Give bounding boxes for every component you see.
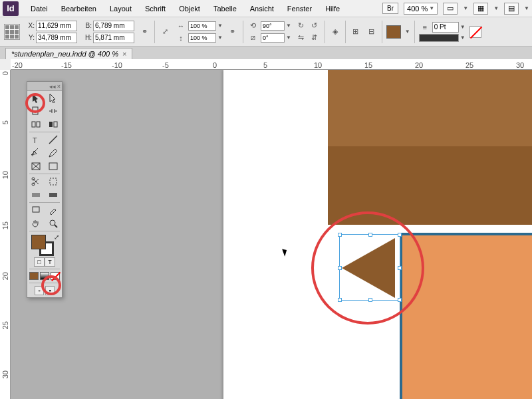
free-transform-tool[interactable] xyxy=(45,175,62,188)
ruler-tick: 25 xyxy=(466,61,473,69)
workspace-icon[interactable]: ▤ xyxy=(504,3,519,15)
svg-line-18 xyxy=(55,225,57,227)
menu-schrift[interactable]: Schrift xyxy=(138,2,172,15)
ruler-tick: 30 xyxy=(516,61,524,69)
ruler-tick: 0 xyxy=(1,71,9,75)
flip-v-icon[interactable]: ⇵ xyxy=(309,33,321,43)
annotation-circle xyxy=(25,93,45,113)
rotate-input[interactable] xyxy=(261,21,285,31)
flip-h-icon[interactable]: ⇋ xyxy=(295,33,307,43)
gradient-swatch-tool[interactable] xyxy=(27,188,45,201)
svg-rect-1 xyxy=(32,122,35,127)
eyedropper-tool[interactable] xyxy=(45,203,62,217)
h-input[interactable] xyxy=(93,33,134,43)
swap-fill-stroke-icon[interactable]: ⤢ xyxy=(54,233,59,241)
scale-y-icon: ↕ xyxy=(175,33,187,43)
zoom-tool[interactable] xyxy=(45,217,62,230)
rectangle-tool[interactable] xyxy=(45,160,62,173)
zoom-level[interactable]: 400 %▼ xyxy=(404,3,438,15)
w-input[interactable] xyxy=(93,21,134,31)
note-tool[interactable] xyxy=(27,203,45,217)
chevron-down-icon[interactable]: ▼ xyxy=(405,29,410,35)
shear-input[interactable] xyxy=(261,33,285,43)
svg-rect-16 xyxy=(33,207,39,212)
direct-selection-tool[interactable] xyxy=(45,91,62,104)
pathfinder-icon[interactable]: ◈ xyxy=(329,27,341,37)
ruler-tick: 10 xyxy=(314,61,322,69)
svg-rect-10 xyxy=(49,163,57,170)
gap-tool[interactable] xyxy=(45,104,62,118)
canvas[interactable] xyxy=(11,70,532,399)
stroke-style[interactable] xyxy=(419,34,459,42)
arrange-icon[interactable]: ▦ xyxy=(473,3,488,15)
gradient-feather-tool[interactable] xyxy=(45,188,62,201)
ruler-tick: 15 xyxy=(364,61,372,69)
document-tab-bar: *stundenplan_neu.indd @ 400 % × xyxy=(0,47,532,59)
menu-objekt[interactable]: Objekt xyxy=(172,2,207,15)
chevron-down-icon[interactable]: ▼ xyxy=(286,35,291,41)
ruler-tick: 15 xyxy=(1,221,9,229)
content-grabber-tool[interactable] xyxy=(27,118,45,131)
menu-bearbeiten[interactable]: Bearbeiten xyxy=(55,2,103,15)
pencil-tool[interactable] xyxy=(45,146,62,160)
menu-datei[interactable]: Datei xyxy=(24,2,55,15)
bridge-badge[interactable]: Br xyxy=(382,3,398,14)
line-tool[interactable] xyxy=(45,133,62,146)
constrain-icon[interactable]: ⚭ xyxy=(138,27,150,37)
rotate-icon: ⟲ xyxy=(247,21,259,31)
shear-icon: ⧄ xyxy=(247,33,259,43)
chevron-down-icon: ▼ xyxy=(429,5,434,11)
tools-panel: ◂◂ × T ⤢ □ T xyxy=(27,81,63,298)
fill-swatch[interactable] xyxy=(386,25,401,39)
chevron-down-icon[interactable]: ▼ xyxy=(217,23,223,29)
brown-rectangle-light[interactable] xyxy=(328,70,532,146)
chevron-down-icon[interactable]: ▼ xyxy=(286,23,291,29)
annotation-circle xyxy=(41,275,61,295)
pen-tool[interactable] xyxy=(27,146,45,160)
ruler-tick: 10 xyxy=(1,171,9,179)
distribute-icon[interactable]: ⊟ xyxy=(366,27,378,37)
reference-point[interactable] xyxy=(4,24,20,40)
x-input[interactable] xyxy=(36,21,77,31)
collapse-icon[interactable]: ◂◂ xyxy=(49,83,56,90)
scissors-tool[interactable] xyxy=(27,175,45,188)
stroke-weight-input[interactable] xyxy=(432,22,459,33)
menu-fenster[interactable]: Fenster xyxy=(281,2,319,15)
rotate-cw-icon[interactable]: ↻ xyxy=(295,21,307,31)
stroke-icon: ≡ xyxy=(419,22,431,33)
close-tab-icon[interactable]: × xyxy=(122,50,126,58)
type-tool[interactable]: T xyxy=(27,133,45,146)
menu-hilfe[interactable]: Hilfe xyxy=(319,2,346,15)
formatting-text-btn[interactable]: T xyxy=(45,257,55,267)
menu-tabelle[interactable]: Tabelle xyxy=(207,2,243,15)
apply-color-swatch[interactable] xyxy=(29,272,39,280)
chevron-down-icon: ▼ xyxy=(463,5,468,11)
svg-point-17 xyxy=(50,220,55,225)
formatting-container-btn[interactable]: □ xyxy=(34,257,45,267)
chevron-down-icon: ▼ xyxy=(524,5,529,11)
menu-layout[interactable]: Layout xyxy=(103,2,138,15)
link-icon[interactable]: ⚭ xyxy=(227,27,239,37)
screen-mode-icon[interactable]: ▭ xyxy=(443,3,458,15)
fill-stroke-control[interactable]: ⤢ xyxy=(27,232,62,256)
scale-y-input[interactable] xyxy=(188,33,216,43)
chevron-down-icon[interactable]: ▼ xyxy=(217,35,223,41)
ruler-tick: 20 xyxy=(1,272,9,280)
content-placer-tool[interactable] xyxy=(45,118,62,131)
menu-bar: Id Datei Bearbeiten Layout Schrift Objek… xyxy=(0,0,532,17)
document-tab[interactable]: *stundenplan_neu.indd @ 400 % × xyxy=(5,48,132,59)
hand-tool[interactable] xyxy=(27,217,45,230)
align-icon[interactable]: ⊞ xyxy=(350,27,362,37)
scale-x-input[interactable] xyxy=(188,21,216,31)
annotation-circle xyxy=(311,211,424,325)
y-input[interactable] xyxy=(36,33,77,43)
chevron-down-icon[interactable]: ▼ xyxy=(460,35,466,41)
rotate-ccw-icon[interactable]: ↺ xyxy=(309,21,321,31)
none-swatch[interactable] xyxy=(469,26,481,38)
rectangle-frame-tool[interactable] xyxy=(27,160,45,173)
fill-swatch[interactable] xyxy=(31,235,46,249)
ruler-tick: -15 xyxy=(61,61,72,69)
close-icon[interactable]: × xyxy=(57,83,61,90)
menu-ansicht[interactable]: Ansicht xyxy=(243,2,281,15)
chevron-down-icon[interactable]: ▼ xyxy=(460,24,466,30)
